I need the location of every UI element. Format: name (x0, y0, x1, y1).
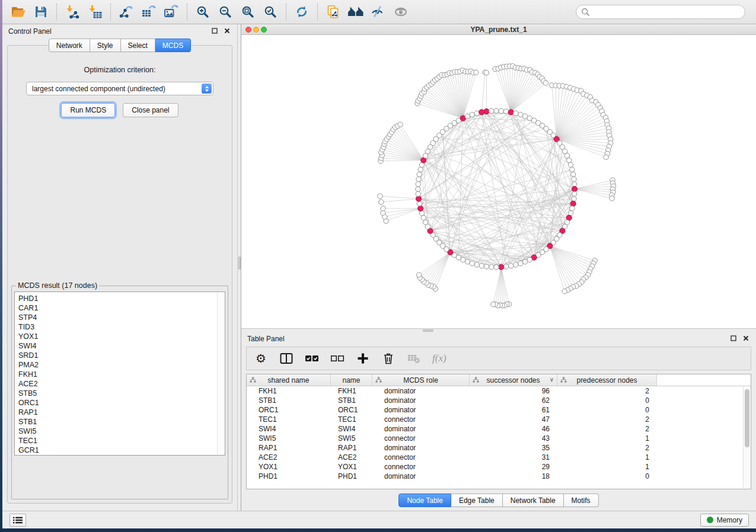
splitter-grip[interactable] (238, 257, 241, 270)
tab-network-table[interactable]: Network Table (503, 493, 564, 507)
export-table-icon[interactable] (139, 2, 158, 21)
cell-predecessor-nodes: 2 (557, 425, 657, 433)
table-row[interactable]: YOX1YOX1connector291 (247, 462, 751, 472)
mcds-node-item[interactable]: TEC1 (18, 436, 216, 446)
tab-style[interactable]: Style (90, 39, 121, 52)
toolbar-separator (286, 4, 286, 20)
mcds-node-item[interactable]: ACE2 (18, 379, 216, 389)
cell-predecessor-nodes: 0 (557, 396, 657, 405)
zoom-selected-icon[interactable] (261, 2, 280, 21)
unselect-all-columns-icon[interactable] (330, 351, 344, 366)
vertical-splitter[interactable] (237, 24, 241, 511)
table-scrollbar[interactable] (743, 387, 750, 488)
network-canvas (241, 35, 755, 328)
cell-name: ACE2 (331, 453, 372, 462)
tab-select[interactable]: Select (121, 39, 155, 52)
export-network-icon[interactable] (117, 2, 136, 21)
horizontal-splitter[interactable] (241, 328, 756, 332)
table-row[interactable]: STB1STB1dominator620 (247, 396, 751, 405)
mcds-node-item[interactable]: YOX1 (18, 332, 216, 341)
cell-MCDS-role: connector (372, 453, 470, 462)
table-row[interactable]: PHD1PHD1dominator180 (247, 472, 751, 481)
import-table-icon[interactable] (85, 2, 104, 21)
mcds-node-item[interactable]: PMA2 (18, 360, 216, 370)
cell-successor-nodes: 62 (470, 396, 557, 405)
level-of-detail-icon[interactable] (391, 2, 410, 21)
search-input[interactable] (593, 8, 740, 16)
close-window-icon[interactable] (245, 27, 251, 33)
table-panel-title: Table Panel (247, 335, 285, 343)
table-row[interactable]: FKH1FKH1dominator962 (247, 386, 751, 396)
sort-indicator-icon[interactable]: ∨ (550, 376, 554, 383)
mcds-node-item[interactable]: RAP1 (18, 408, 216, 417)
show-columns-icon[interactable] (279, 351, 294, 366)
create-column-icon[interactable] (356, 351, 370, 366)
float-panel-icon[interactable] (212, 27, 218, 36)
mcds-node-item[interactable]: PHD1 (18, 294, 216, 303)
open-session-icon[interactable] (9, 2, 28, 21)
criterion-select[interactable]: largest connected component (undirected) (26, 82, 213, 95)
table-row[interactable]: ORC1ORC1dominator610 (247, 405, 751, 415)
column-header-name[interactable]: name (331, 374, 372, 386)
show-panels-button[interactable] (9, 514, 26, 527)
refresh-icon[interactable] (292, 2, 311, 21)
maximize-window-icon[interactable] (261, 27, 267, 33)
column-header-successor-nodes[interactable]: successor nodes∨ (470, 374, 557, 386)
tab-edge-table[interactable]: Edge Table (451, 493, 503, 507)
fit-content-icon[interactable] (238, 2, 257, 21)
result-list-scrollbar[interactable] (217, 293, 224, 454)
select-all-columns-icon[interactable] (305, 351, 319, 366)
close-panel-button[interactable]: Close panel (123, 103, 178, 117)
network-from-selection-icon[interactable] (324, 2, 343, 21)
mcds-node-item[interactable]: STB5 (18, 389, 216, 398)
mcds-node-item[interactable]: STP4 (18, 313, 216, 322)
table-row[interactable]: SWI4SWI4dominator462 (247, 424, 751, 434)
mcds-node-item[interactable]: GCR1 (18, 446, 216, 455)
mcds-node-item[interactable]: STB1 (18, 417, 216, 427)
tab-mcds[interactable]: MCDS (155, 39, 191, 52)
column-header-MCDS-role[interactable]: MCDS role (372, 374, 470, 386)
zoom-out-icon[interactable] (216, 2, 235, 21)
run-mcds-button[interactable]: Run MCDS (61, 103, 115, 117)
minimize-window-icon[interactable] (253, 27, 259, 33)
table-row[interactable]: TEC1TEC1connector472 (247, 415, 751, 424)
table-panel: Table Panel ⚙ f(x) s (241, 332, 756, 511)
column-header-predecessor-nodes[interactable]: predecessor nodes (557, 374, 657, 386)
network-view[interactable] (241, 35, 756, 328)
splitter-grip[interactable] (423, 329, 433, 332)
table-options-gear-icon[interactable]: ⚙ (254, 351, 268, 366)
network-window-title: YPA_prune.txt_1 (470, 25, 527, 34)
float-panel-icon[interactable] (731, 335, 736, 343)
tab-network[interactable]: Network (49, 39, 90, 52)
tab-motifs[interactable]: Motifs (564, 493, 599, 507)
graphics-details-icon[interactable] (369, 2, 388, 21)
birdseye-view-icon[interactable] (346, 2, 365, 21)
toolbar-separator (317, 4, 318, 20)
toolbar-separator (56, 4, 57, 20)
mcds-node-item[interactable]: SRD1 (18, 351, 216, 360)
close-panel-icon[interactable] (224, 27, 230, 36)
column-header-shared-name[interactable]: shared name (247, 374, 331, 386)
delete-table-icon-disabled (407, 351, 421, 366)
network-window-titlebar: YPA_prune.txt_1 (241, 24, 756, 35)
zoom-in-icon[interactable] (193, 2, 212, 21)
table-scrollbar-thumb[interactable] (745, 389, 749, 447)
cell-shared-name: SWI5 (247, 434, 331, 443)
mcds-node-item[interactable]: FKH1 (18, 370, 216, 379)
memory-button[interactable]: Memory (700, 514, 749, 527)
mcds-node-item[interactable]: SWI4 (18, 341, 216, 351)
table-row[interactable]: RAP1RAP1dominator352 (247, 443, 751, 453)
tab-node-table[interactable]: Node Table (398, 493, 451, 507)
export-image-icon[interactable] (162, 2, 181, 21)
table-row[interactable]: ACE2ACE2connector311 (247, 453, 751, 462)
control-panel-tabs: NetworkStyleSelectMCDS (2, 39, 237, 52)
mcds-node-item[interactable]: SWI5 (18, 427, 216, 436)
table-row[interactable]: SWI5SWI5connector431 (247, 434, 751, 443)
mcds-node-item[interactable]: TID3 (18, 322, 216, 332)
mcds-node-item[interactable]: ORC1 (18, 398, 216, 408)
save-session-icon[interactable] (31, 2, 50, 21)
delete-columns-icon[interactable] (381, 351, 395, 366)
import-network-icon[interactable] (63, 2, 82, 21)
close-panel-icon[interactable] (743, 335, 749, 343)
mcds-node-item[interactable]: CAR1 (18, 303, 216, 313)
